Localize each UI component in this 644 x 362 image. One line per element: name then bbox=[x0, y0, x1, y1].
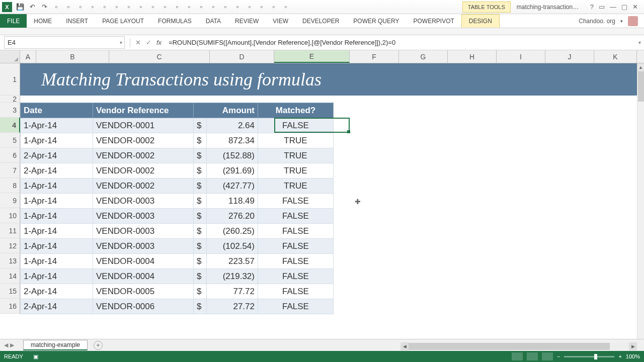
qat-btn[interactable]: ▫ bbox=[147, 2, 159, 13]
avatar-icon[interactable] bbox=[628, 16, 638, 26]
cell-amount[interactable]: 118.49 bbox=[207, 194, 258, 209]
col-header[interactable]: K bbox=[594, 50, 637, 63]
qat-btn[interactable]: ▫ bbox=[62, 2, 74, 13]
sheet-prev-icon[interactable]: ◀ bbox=[4, 342, 8, 348]
row-header[interactable]: 4 bbox=[0, 118, 20, 133]
th-matched[interactable]: Matched? bbox=[258, 103, 334, 118]
view-normal-icon[interactable] bbox=[512, 352, 523, 360]
tab-power-query[interactable]: POWER QUERY bbox=[346, 14, 406, 28]
cell-vendor[interactable]: VENDOR-0006 bbox=[93, 299, 194, 314]
cell-amount[interactable]: (427.77) bbox=[207, 178, 258, 194]
maximize-icon[interactable]: ▢ bbox=[621, 3, 627, 11]
qat-btn[interactable]: ▫ bbox=[268, 2, 280, 13]
cell-amount[interactable]: (219.32) bbox=[207, 269, 258, 284]
col-header[interactable]: G bbox=[399, 50, 448, 63]
qat-btn[interactable]: ▫ bbox=[171, 2, 183, 13]
table-row[interactable]: 1-Apr-14VENDOR-0003$(260.25)FALSE bbox=[21, 224, 334, 239]
cell-matched[interactable]: FALSE bbox=[258, 209, 334, 224]
cell-date[interactable]: 1-Apr-14 bbox=[21, 118, 93, 133]
qat-btn[interactable]: ▫ bbox=[99, 2, 111, 13]
qat-btn[interactable]: ▫ bbox=[195, 2, 207, 13]
col-header[interactable]: I bbox=[497, 50, 545, 63]
scroll-right-icon[interactable]: ▶ bbox=[629, 342, 637, 350]
scroll-left-icon[interactable]: ◀ bbox=[400, 342, 409, 350]
qat-btn[interactable]: ▫ bbox=[219, 2, 231, 13]
qat-btn[interactable]: ▫ bbox=[244, 2, 256, 13]
cell-matched[interactable]: TRUE bbox=[258, 163, 334, 178]
qat-btn[interactable]: ▫ bbox=[135, 2, 147, 13]
cell-vendor[interactable]: VENDOR-0001 bbox=[93, 118, 194, 133]
cell-amount[interactable]: 276.20 bbox=[207, 209, 258, 224]
view-break-icon[interactable] bbox=[542, 352, 553, 360]
cell-amount[interactable]: (260.25) bbox=[207, 224, 258, 239]
help-icon[interactable]: ? bbox=[590, 3, 594, 11]
row-header[interactable]: 14 bbox=[0, 268, 20, 284]
table-row[interactable]: 2-Apr-14VENDOR-0002$(291.69)TRUE bbox=[21, 163, 334, 178]
table-row[interactable]: 1-Apr-14VENDOR-0002$(427.77)TRUE bbox=[21, 178, 334, 194]
cell-matched[interactable]: TRUE bbox=[258, 133, 334, 148]
cell-matched[interactable]: FALSE bbox=[258, 224, 334, 239]
cell-date[interactable]: 1-Apr-14 bbox=[21, 239, 93, 254]
chevron-down-icon[interactable]: ▾ bbox=[638, 40, 641, 45]
cell-currency[interactable]: $ bbox=[194, 178, 207, 194]
tab-view[interactable]: VIEW bbox=[266, 14, 295, 28]
table-row[interactable]: 1-Apr-14VENDOR-0003$276.20FALSE bbox=[21, 209, 334, 224]
cell-amount[interactable]: 2.64 bbox=[207, 118, 258, 133]
zoom-out-icon[interactable]: − bbox=[557, 353, 560, 359]
row-header[interactable]: 10 bbox=[0, 208, 20, 223]
table-row[interactable]: 1-Apr-14VENDOR-0004$(219.32)FALSE bbox=[21, 269, 334, 284]
col-header[interactable]: H bbox=[448, 50, 497, 63]
col-header[interactable]: B bbox=[36, 50, 109, 63]
row-header[interactable]: 3 bbox=[0, 103, 20, 118]
table-row[interactable]: 1-Apr-14VENDOR-0001$2.64FALSE bbox=[21, 118, 334, 133]
cell-currency[interactable]: $ bbox=[194, 148, 207, 163]
vertical-scrollbar[interactable]: ▲ ▼ bbox=[637, 63, 644, 350]
cell-matched[interactable]: TRUE bbox=[258, 148, 334, 163]
name-box[interactable]: E4 ▾ bbox=[4, 36, 125, 49]
cell-vendor[interactable]: VENDOR-0002 bbox=[93, 133, 194, 148]
cell-amount[interactable]: (291.69) bbox=[207, 163, 258, 178]
sheet-tab[interactable]: matching-example bbox=[23, 340, 88, 350]
cell-vendor[interactable]: VENDOR-0005 bbox=[93, 284, 194, 299]
tab-review[interactable]: REVIEW bbox=[228, 14, 266, 28]
undo-icon[interactable]: ↶ bbox=[26, 2, 38, 13]
qat-btn[interactable]: ▫ bbox=[123, 2, 135, 13]
row-header[interactable]: 15 bbox=[0, 284, 20, 299]
cell-currency[interactable]: $ bbox=[194, 118, 207, 133]
col-header[interactable]: J bbox=[545, 50, 594, 63]
account-label[interactable]: Chandoo. org bbox=[579, 18, 615, 25]
cell-date[interactable]: 1-Apr-14 bbox=[21, 269, 93, 284]
qat-btn[interactable]: ▫ bbox=[74, 2, 87, 13]
cell-amount[interactable]: 27.72 bbox=[207, 299, 258, 314]
cell-amount[interactable]: 77.72 bbox=[207, 284, 258, 299]
th-vendor[interactable]: Vendor Reference bbox=[93, 103, 194, 118]
qat-btn[interactable]: ▫ bbox=[183, 2, 195, 13]
col-header[interactable]: D bbox=[210, 50, 274, 63]
cell-vendor[interactable]: VENDOR-0003 bbox=[93, 194, 194, 209]
tab-data[interactable]: DATA bbox=[199, 14, 228, 28]
qat-btn[interactable]: ▫ bbox=[50, 2, 62, 13]
cell-matched[interactable]: FALSE bbox=[258, 299, 334, 314]
zoom-slider[interactable] bbox=[564, 356, 614, 357]
cell-matched[interactable]: FALSE bbox=[258, 284, 334, 299]
cell-currency[interactable]: $ bbox=[194, 194, 207, 209]
macro-record-icon[interactable]: ▣ bbox=[33, 353, 38, 360]
cell-date[interactable]: 2-Apr-14 bbox=[21, 284, 93, 299]
qat-btn[interactable]: ▫ bbox=[87, 2, 99, 13]
cell-date[interactable]: 1-Apr-14 bbox=[21, 194, 93, 209]
close-icon[interactable]: ✕ bbox=[632, 3, 638, 11]
zoom-in-icon[interactable]: + bbox=[618, 353, 621, 359]
cell-currency[interactable]: $ bbox=[194, 239, 207, 254]
cell-vendor[interactable]: VENDOR-0002 bbox=[93, 178, 194, 194]
scroll-thumb[interactable] bbox=[638, 71, 644, 102]
ribbon-options-icon[interactable]: ▭ bbox=[599, 3, 605, 11]
cell-matched[interactable]: FALSE bbox=[258, 118, 334, 133]
cell-vendor[interactable]: VENDOR-0002 bbox=[93, 148, 194, 163]
chevron-down-icon[interactable]: ▾ bbox=[120, 40, 122, 45]
tab-home[interactable]: HOME bbox=[27, 14, 59, 28]
qat-btn[interactable]: ▫ bbox=[280, 2, 292, 13]
cell-currency[interactable]: $ bbox=[194, 269, 207, 284]
scroll-thumb[interactable] bbox=[409, 343, 610, 350]
qat-btn[interactable]: ▫ bbox=[159, 2, 171, 13]
row-header[interactable]: 8 bbox=[0, 178, 20, 193]
